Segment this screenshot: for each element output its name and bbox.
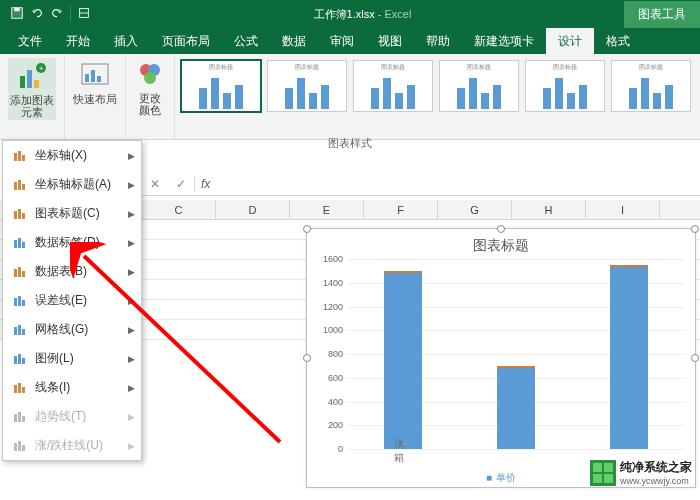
svg-text:+: + xyxy=(39,64,44,73)
chevron-right-icon: ▶ xyxy=(128,441,135,451)
watermark-url: www.ycwwjy.com xyxy=(620,476,692,486)
change-colors-icon xyxy=(134,58,166,90)
svg-rect-28 xyxy=(14,269,17,277)
svg-rect-12 xyxy=(97,76,101,82)
svg-rect-25 xyxy=(14,240,17,248)
menu-item-2[interactable]: 图表标题(C)▶ xyxy=(3,199,141,228)
add-chart-element-menu: 坐标轴(X)▶坐标轴标题(A)▶图表标题(C)▶数据标签(D)▶数据表(B)▶误… xyxy=(2,140,142,461)
chevron-right-icon: ▶ xyxy=(128,180,135,190)
menu-item-9: 趋势线(T)▶ xyxy=(3,402,141,431)
chart-style-gallery[interactable]: 图表标题图表标题图表标题图表标题图表标题图表标题 xyxy=(175,54,697,139)
svg-rect-48 xyxy=(22,445,25,451)
column-header[interactable]: D xyxy=(216,200,290,219)
bar[interactable] xyxy=(497,366,535,449)
watermark-logo-icon xyxy=(590,460,616,486)
menu-item-icon xyxy=(11,380,27,396)
svg-rect-33 xyxy=(22,300,25,306)
chart-plot-area[interactable]: 02004006008001000120014001600 冰箱 xyxy=(347,259,685,449)
menu-item-7[interactable]: 图例(L)▶ xyxy=(3,344,141,373)
chart-style-thumb[interactable]: 图表标题 xyxy=(267,60,347,112)
vline xyxy=(70,6,71,22)
quick-access-toolbar xyxy=(0,6,101,22)
resize-handle[interactable] xyxy=(691,354,699,362)
column-header[interactable]: I xyxy=(586,200,660,219)
column-header[interactable]: G xyxy=(438,200,512,219)
svg-rect-39 xyxy=(22,358,25,364)
undo-icon[interactable] xyxy=(30,6,44,22)
chevron-right-icon: ▶ xyxy=(128,151,135,161)
touch-mode-icon[interactable] xyxy=(77,6,91,22)
ribbon: + 添加图表 元素 快速布局 更改 颜色 图表标题图表标题图表标题图表标题图表标… xyxy=(0,54,700,140)
chevron-right-icon: ▶ xyxy=(128,383,135,393)
change-colors-button[interactable]: 更改 颜色 xyxy=(134,58,166,116)
formula-bar: ✕ ✓ fx xyxy=(142,172,700,196)
svg-rect-1 xyxy=(14,8,19,12)
chevron-right-icon: ▶ xyxy=(128,267,135,277)
tab-视图[interactable]: 视图 xyxy=(366,28,414,54)
chart-style-thumb[interactable]: 图表标题 xyxy=(525,60,605,112)
svg-rect-46 xyxy=(14,443,17,451)
fx-label[interactable]: fx xyxy=(194,177,216,191)
tab-格式[interactable]: 格式 xyxy=(594,28,642,54)
menu-item-icon xyxy=(11,409,27,425)
menu-item-8[interactable]: 线条(I)▶ xyxy=(3,373,141,402)
quick-layout-icon xyxy=(79,58,111,90)
menu-item-3[interactable]: 数据标签(D)▶ xyxy=(3,228,141,257)
tab-帮助[interactable]: 帮助 xyxy=(414,28,462,54)
y-axis: 02004006008001000120014001600 xyxy=(313,259,343,449)
tab-新建选项卡[interactable]: 新建选项卡 xyxy=(462,28,546,54)
menu-item-icon xyxy=(11,148,27,164)
menu-item-icon xyxy=(11,351,27,367)
resize-handle[interactable] xyxy=(303,354,311,362)
title-bar: 工作簿1.xlsx - Excel 图表工具 xyxy=(0,0,700,28)
chart-style-thumb[interactable]: 图表标题 xyxy=(181,60,261,112)
chevron-right-icon: ▶ xyxy=(128,296,135,306)
column-header[interactable]: F xyxy=(364,200,438,219)
chart-style-thumb[interactable]: 图表标题 xyxy=(353,60,433,112)
chart-style-thumb[interactable]: 图表标题 xyxy=(611,60,691,112)
menu-item-10: 涨/跌柱线(U)▶ xyxy=(3,431,141,460)
resize-handle[interactable] xyxy=(497,225,505,233)
svg-rect-32 xyxy=(18,296,21,306)
embedded-chart[interactable]: 图表标题 02004006008001000120014001600 冰箱 单价 xyxy=(306,228,696,488)
svg-rect-17 xyxy=(18,151,21,161)
menu-item-1[interactable]: 坐标轴标题(A)▶ xyxy=(3,170,141,199)
tab-文件[interactable]: 文件 xyxy=(6,28,54,54)
tab-插入[interactable]: 插入 xyxy=(102,28,150,54)
svg-rect-4 xyxy=(20,76,25,88)
svg-point-15 xyxy=(144,72,156,84)
tab-设计[interactable]: 设计 xyxy=(546,28,594,54)
add-chart-element-button[interactable]: + 添加图表 元素 xyxy=(8,58,56,120)
tab-公式[interactable]: 公式 xyxy=(222,28,270,54)
resize-handle[interactable] xyxy=(691,225,699,233)
svg-rect-19 xyxy=(14,182,17,190)
bar[interactable] xyxy=(384,271,422,449)
menu-item-icon xyxy=(11,438,27,454)
svg-rect-40 xyxy=(14,385,17,393)
tab-数据[interactable]: 数据 xyxy=(270,28,318,54)
menu-item-6[interactable]: 网格线(G)▶ xyxy=(3,315,141,344)
svg-rect-29 xyxy=(18,267,21,277)
quick-layout-button[interactable]: 快速布局 xyxy=(73,58,117,107)
tab-审阅[interactable]: 审阅 xyxy=(318,28,366,54)
resize-handle[interactable] xyxy=(303,225,311,233)
cancel-icon[interactable]: ✕ xyxy=(142,177,168,191)
tab-开始[interactable]: 开始 xyxy=(54,28,102,54)
menu-item-icon xyxy=(11,235,27,251)
bar[interactable] xyxy=(610,265,648,449)
svg-rect-26 xyxy=(18,238,21,248)
menu-item-4[interactable]: 数据表(B)▶ xyxy=(3,257,141,286)
svg-rect-44 xyxy=(18,412,21,422)
redo-icon[interactable] xyxy=(50,6,64,22)
chevron-right-icon: ▶ xyxy=(128,412,135,422)
chart-style-thumb[interactable]: 图表标题 xyxy=(439,60,519,112)
save-icon[interactable] xyxy=(10,6,24,22)
menu-item-0[interactable]: 坐标轴(X)▶ xyxy=(3,141,141,170)
chart-title[interactable]: 图表标题 xyxy=(307,229,695,259)
confirm-icon[interactable]: ✓ xyxy=(168,177,194,191)
column-header[interactable]: H xyxy=(512,200,586,219)
column-header[interactable]: E xyxy=(290,200,364,219)
menu-item-5[interactable]: 误差线(E)▶ xyxy=(3,286,141,315)
column-header[interactable]: C xyxy=(142,200,216,219)
tab-页面布局[interactable]: 页面布局 xyxy=(150,28,222,54)
